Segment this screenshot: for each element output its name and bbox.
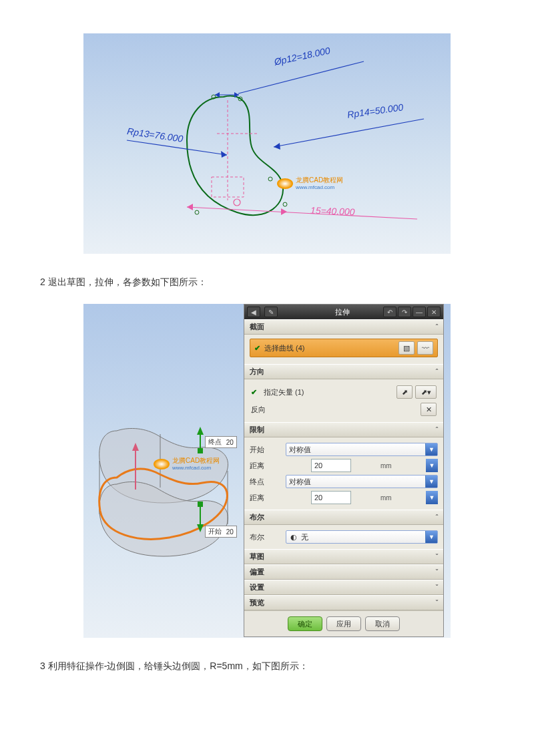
svg-point-3 — [195, 210, 199, 214]
distance1-input[interactable]: 20 — [311, 459, 351, 472]
titlebar-redo-icon[interactable]: ↷ — [398, 307, 411, 317]
svg-marker-19 — [281, 208, 287, 215]
distance1-stepper[interactable]: ▼ — [426, 459, 438, 472]
dialog-titlebar: ◀ ✎ 拉伸 ↶ ↷ — ✕ — [244, 305, 443, 319]
dim-p15: 15=40.000 — [310, 205, 355, 217]
boolean-row: 布尔 ◐ 无 ▼ — [250, 529, 438, 545]
svg-line-17 — [187, 207, 417, 219]
dialog-title: 拉伸 — [335, 307, 350, 317]
svg-line-15 — [274, 119, 424, 147]
reverse-row: 反向 ✕ — [250, 401, 438, 418]
svg-rect-29 — [198, 448, 203, 453]
check-icon: ✔ — [254, 344, 260, 353]
apply-button[interactable]: 应用 — [326, 616, 361, 631]
section-header-preview[interactable]: 预览ˇ — [244, 595, 443, 610]
chevron-down-icon: ˇ — [436, 568, 438, 576]
reverse-button[interactable]: ✕ — [421, 403, 437, 416]
cancel-button[interactable]: 取消 — [365, 616, 400, 631]
dialog-button-row: 确定 应用 取消 — [244, 610, 443, 636]
titlebar-undo-icon[interactable]: ↶ — [383, 307, 396, 317]
end-dropdown[interactable]: 对称值 ▼ — [286, 475, 438, 488]
chevron-up-icon: ˆ — [436, 323, 438, 331]
svg-marker-18 — [187, 204, 193, 210]
section-header-section[interactable]: 截面ˆ — [244, 319, 443, 335]
distance2-row: 距离 20 mm ▼ — [250, 490, 438, 506]
chevron-down-icon: ▼ — [425, 531, 437, 543]
svg-rect-30 — [198, 502, 203, 507]
chevron-down-icon: ˇ — [436, 584, 438, 591]
watermark-2: 龙腾CAD教程网www.mfcad.com — [154, 457, 220, 471]
sketch-icon-button[interactable]: ▧ — [398, 341, 415, 355]
figure-extrude: 终点 20 开始 20 龙腾CAD教程网www.mfcad.com ◀ ✎ 拉伸… — [83, 304, 451, 638]
svg-marker-26 — [197, 427, 204, 435]
model-viewport: 终点 20 开始 20 龙腾CAD教程网www.mfcad.com — [90, 411, 264, 558]
section-header-limits[interactable]: 限制ˆ — [244, 422, 443, 437]
model-svg — [90, 411, 264, 558]
check-icon: ✔ — [251, 388, 257, 397]
chevron-down-icon: ▼ — [425, 443, 437, 455]
vector-dropdown-button[interactable]: ⬈▾ — [415, 385, 437, 399]
select-curve-row[interactable]: ✔ 选择曲线 (4) ▧ 〰 — [250, 339, 438, 357]
distance1-row: 距离 20 mm ▼ — [250, 457, 438, 474]
minimize-button[interactable]: — — [413, 307, 426, 317]
ok-button[interactable]: 确定 — [288, 616, 322, 631]
distance2-input[interactable]: 20 — [311, 491, 351, 504]
chevron-up-icon: ˆ — [436, 426, 438, 433]
svg-point-4 — [283, 202, 287, 206]
figure-sketch: Øp12=18.000 Rp13=76.000 Rp14=50.000 15=4… — [83, 33, 451, 254]
svg-point-2 — [268, 177, 272, 181]
chevron-down-icon: ˇ — [436, 553, 438, 560]
start-row: 开始 对称值 ▼ — [250, 441, 438, 457]
caption-step2: 2 退出草图，拉伸，各参数如下图所示： — [40, 274, 534, 291]
section-header-boolean[interactable]: 布尔ˆ — [244, 510, 443, 525]
svg-marker-16 — [274, 143, 280, 150]
titlebar-back-icon[interactable]: ◀ — [247, 307, 260, 317]
svg-point-5 — [234, 199, 240, 206]
section-header-direction[interactable]: 方向ˆ — [244, 364, 443, 379]
distance2-stepper[interactable]: ▼ — [426, 491, 438, 504]
watermark: 龙腾CAD教程网www.mfcad.com — [277, 177, 343, 190]
dim-end[interactable]: 终点 20 — [205, 436, 237, 448]
svg-marker-14 — [221, 151, 227, 158]
extrude-dialog: ◀ ✎ 拉伸 ↶ ↷ — ✕ 截面ˆ ✔ 选择曲线 (4) ▧ 〰 方向ˆ ✔ … — [244, 304, 444, 637]
none-icon: ◐ — [289, 532, 298, 542]
svg-line-12 — [238, 61, 364, 93]
chevron-down-icon: ˇ — [436, 599, 438, 606]
specify-vector-row[interactable]: ✔ 指定矢量 (1) ⬈ ⬈▾ — [250, 383, 438, 401]
titlebar-tool-icon[interactable]: ✎ — [264, 307, 278, 317]
start-dropdown[interactable]: 对称值 ▼ — [286, 443, 438, 456]
section-header-sketch[interactable]: 草图ˇ — [244, 549, 443, 564]
chevron-up-icon: ˆ — [436, 368, 438, 375]
section-header-offset[interactable]: 偏置ˇ — [244, 564, 443, 580]
section-header-settings[interactable]: 设置ˇ — [244, 580, 443, 595]
boolean-dropdown[interactable]: ◐ 无 ▼ — [286, 530, 438, 544]
chevron-down-icon: ▼ — [425, 476, 437, 488]
curve-icon-button[interactable]: 〰 — [417, 341, 433, 355]
close-button[interactable]: ✕ — [427, 307, 441, 317]
chevron-up-icon: ˆ — [436, 514, 438, 521]
dim-start[interactable]: 开始 20 — [205, 526, 237, 538]
vector-icon-button[interactable]: ⬈ — [396, 385, 413, 399]
caption-step3: 3 利用特征操作-边倒圆，给锤头边倒圆，R=5mm，如下图所示： — [40, 658, 534, 675]
end-row: 终点 对称值 ▼ — [250, 474, 438, 490]
sketch-svg — [83, 33, 451, 254]
